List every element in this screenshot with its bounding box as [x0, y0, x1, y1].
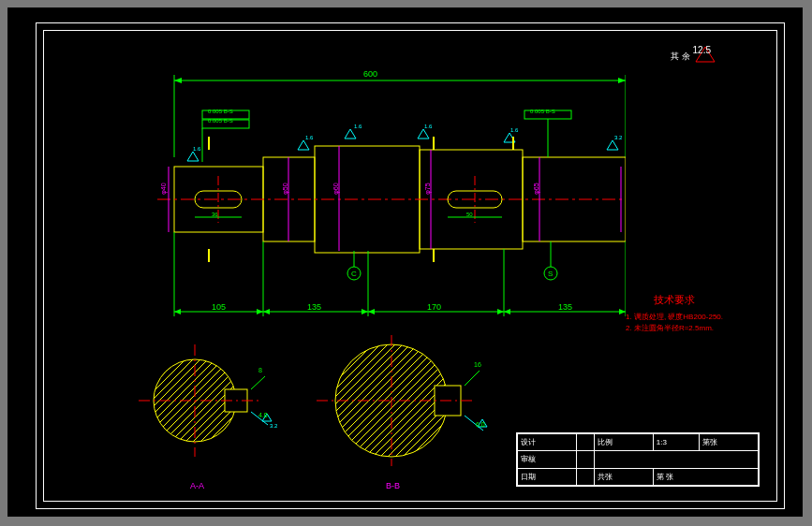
dia-3: φ60: [332, 183, 339, 194]
section-b-key-h: 6.0: [476, 421, 485, 428]
tb-r1c4: 1:3: [653, 434, 699, 451]
surface-note-value: 12.5: [693, 45, 711, 55]
svg-marker-46: [368, 309, 375, 314]
tech-req-title: 技术要求: [654, 293, 695, 307]
surface-note-label: 其 余: [671, 51, 690, 63]
tb-r2c1: 审核: [518, 451, 577, 468]
keyway-left-len: 36: [212, 212, 218, 217]
tb-r3c4: 第 张: [653, 468, 758, 485]
svg-marker-4: [174, 78, 182, 83]
section-label-bb: B-B: [386, 481, 400, 490]
dia-1: φ40: [160, 183, 167, 194]
tb-r3c1: 日期: [518, 468, 577, 485]
svg-marker-49: [619, 309, 626, 314]
tech-req-1: 1. 调质处理, 硬度HB200-250.: [626, 312, 723, 322]
datum-c: C: [351, 270, 357, 278]
dia-5: φ65: [533, 183, 539, 194]
tb-r2c3: [594, 451, 758, 468]
svg-marker-43: [257, 309, 263, 314]
svg-marker-48: [504, 309, 510, 314]
tol-box-2: 0.005 B-S: [208, 118, 233, 124]
section-a-key-h: 4.0: [258, 412, 268, 418]
svg-marker-47: [497, 309, 504, 314]
ra-2: 1.6: [305, 135, 313, 140]
svg-marker-5: [618, 78, 626, 83]
svg-marker-44: [263, 309, 270, 314]
section-b-key-w: 16: [474, 361, 481, 368]
tb-r1c1: 设计: [518, 434, 577, 451]
ra-4: 1.6: [424, 124, 432, 129]
dim-seg1: 105: [212, 302, 226, 312]
tb-r1c5: 第张: [700, 434, 759, 451]
drawing-canvas[interactable]: 其 余 12.5: [7, 7, 803, 517]
section-a-key-w: 8: [258, 367, 262, 373]
dim-seg4: 135: [558, 302, 572, 312]
tb-r1c3: 比例: [594, 434, 653, 451]
svg-marker-42: [174, 309, 181, 314]
tb-r3c2: [576, 468, 594, 485]
ra-6: 3.2: [614, 135, 622, 140]
dim-overall: 600: [363, 69, 377, 79]
dim-seg2: 135: [307, 302, 321, 312]
ra-3: 1.6: [354, 124, 362, 129]
tol-box-1: 0.005 B-S: [208, 109, 233, 114]
svg-line-57: [251, 376, 265, 389]
ra-1: 1.6: [193, 146, 200, 152]
ra-7: 3.2: [270, 423, 277, 429]
tol-box-3: 0.005 B-S: [530, 109, 555, 114]
cad-viewport[interactable]: 其 余 12.5: [0, 0, 812, 526]
tech-req-2: 2. 未注圆角半径R=2.5mm.: [626, 323, 714, 333]
datum-s: S: [548, 270, 553, 278]
tb-r1c2: [576, 434, 594, 451]
dia-2: φ50: [282, 183, 288, 194]
section-label-aa: A-A: [190, 481, 204, 490]
svg-line-63: [465, 371, 480, 386]
ra-5: 1.6: [510, 127, 518, 133]
tb-r3c3: 共张: [594, 468, 653, 485]
svg-marker-45: [362, 309, 368, 314]
keyway-right-len: 50: [466, 212, 473, 217]
title-block: 设计 比例 1:3 第张 审核 日期 共张 第 张: [516, 432, 760, 487]
dia-4: φ75: [424, 183, 431, 194]
dim-seg3: 170: [427, 302, 441, 312]
section-views: [120, 335, 513, 485]
shaft-main-view: [101, 64, 626, 326]
tb-r2c2: [576, 451, 594, 468]
